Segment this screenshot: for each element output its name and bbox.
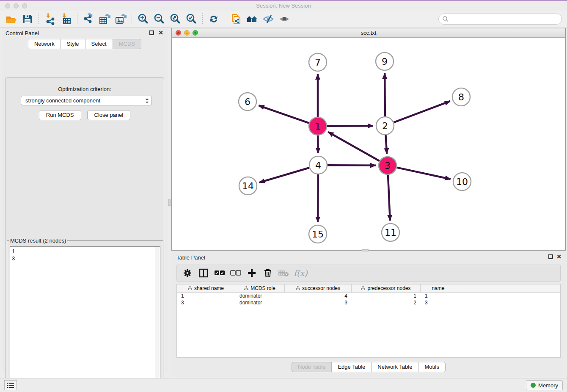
search-input[interactable] bbox=[449, 15, 561, 23]
zoom-in-icon[interactable] bbox=[136, 12, 150, 26]
edge-4-3[interactable] bbox=[328, 165, 376, 166]
column-layout-icon[interactable] bbox=[197, 267, 210, 279]
hide-eye-icon[interactable] bbox=[261, 12, 275, 26]
column-header-MCDS-role[interactable]: MCDS role bbox=[235, 284, 285, 292]
graph-node-15[interactable]: 15 bbox=[309, 225, 327, 243]
graph-node-1[interactable]: 1 bbox=[309, 117, 327, 135]
toolbar-separator bbox=[225, 13, 225, 25]
edge-1-6[interactable] bbox=[259, 105, 309, 123]
edge-3-1[interactable] bbox=[328, 132, 379, 161]
edge-4-14[interactable] bbox=[259, 168, 309, 182]
edge-2-3[interactable] bbox=[385, 135, 387, 154]
graph-node-10[interactable]: 10 bbox=[453, 173, 471, 190]
graph-node-9[interactable]: 9 bbox=[376, 52, 394, 70]
svg-text:14: 14 bbox=[242, 181, 254, 191]
table-float-icon[interactable] bbox=[548, 254, 553, 259]
graph-node-7[interactable]: 7 bbox=[309, 53, 327, 71]
tab-network-table[interactable]: Network Table bbox=[372, 362, 418, 372]
duplicate-network-icon[interactable] bbox=[229, 12, 243, 26]
cell-shared-name[interactable]: 3 bbox=[177, 300, 235, 306]
cell-name[interactable]: 1 bbox=[421, 293, 456, 299]
network-title: scc.txt bbox=[172, 30, 565, 36]
edge-2-8[interactable] bbox=[394, 101, 450, 122]
select-all-icon[interactable] bbox=[213, 267, 226, 279]
column-header-successor-nodes[interactable]: successor nodes bbox=[285, 284, 352, 292]
import-network-icon[interactable] bbox=[43, 12, 57, 26]
zoom-fit-icon[interactable] bbox=[168, 12, 182, 26]
edge-1-2[interactable] bbox=[327, 126, 373, 126]
cell-shared-name[interactable]: 1 bbox=[177, 293, 235, 299]
export-table-icon[interactable] bbox=[97, 12, 112, 26]
import-table-icon[interactable] bbox=[59, 12, 73, 26]
home-icon[interactable] bbox=[245, 12, 259, 26]
gear-icon[interactable] bbox=[181, 267, 194, 279]
table-row[interactable]: 3dominator323 bbox=[177, 299, 560, 306]
edge-4-15[interactable] bbox=[318, 174, 318, 222]
column-header-predecessor-nodes[interactable]: predecessor nodes bbox=[352, 284, 421, 292]
svg-text:2: 2 bbox=[382, 121, 388, 131]
network-window-titlebar[interactable]: ✕ − + scc.txt bbox=[172, 28, 565, 38]
vertical-splitter-grip[interactable] bbox=[168, 199, 171, 206]
tab-network[interactable]: Network bbox=[28, 39, 61, 49]
run-mcds-button[interactable]: Run MCDS bbox=[39, 110, 81, 120]
tab-select[interactable]: Select bbox=[85, 39, 113, 49]
optimization-criterion-dropdown[interactable]: strongly connected component bbox=[21, 96, 152, 105]
svg-text:3: 3 bbox=[385, 160, 391, 171]
network-view-window: ✕ − + scc.txt 7968124314101511 bbox=[171, 28, 566, 251]
graph-node-2[interactable]: 2 bbox=[376, 117, 394, 135]
save-session-icon[interactable] bbox=[20, 12, 35, 26]
column-header-name[interactable]: name bbox=[421, 284, 456, 292]
network-graph[interactable]: 7968124314101511 bbox=[172, 38, 565, 250]
cell-MCDS-role[interactable]: dominator bbox=[235, 300, 285, 306]
cell-successor-nodes[interactable]: 3 bbox=[285, 300, 352, 306]
cell-successor-nodes[interactable]: 4 bbox=[285, 293, 352, 299]
cell-predecessor-nodes[interactable]: 1 bbox=[352, 293, 421, 299]
tab-node-table[interactable]: Node Table bbox=[292, 362, 332, 372]
export-network-icon[interactable] bbox=[81, 12, 96, 26]
graph-node-11[interactable]: 11 bbox=[382, 224, 399, 241]
status-bar: Memory bbox=[0, 378, 567, 392]
svg-text:9: 9 bbox=[382, 56, 388, 67]
deselect-all-icon[interactable] bbox=[229, 267, 242, 279]
graph-node-4[interactable]: 4 bbox=[309, 156, 327, 174]
memory-button[interactable]: Memory bbox=[526, 380, 563, 390]
task-history-button[interactable] bbox=[4, 380, 17, 390]
tab-motifs[interactable]: Motifs bbox=[418, 362, 446, 372]
tab-edge-table[interactable]: Edge Table bbox=[332, 362, 372, 372]
graph-node-6[interactable]: 6 bbox=[239, 93, 256, 110]
delete-table-icon[interactable] bbox=[278, 267, 290, 279]
edge-3-11[interactable] bbox=[388, 175, 390, 221]
node-table[interactable]: shared nameMCDS rolesuccessor nodesprede… bbox=[176, 284, 561, 358]
edge-2-9[interactable] bbox=[385, 73, 385, 116]
refresh-icon[interactable] bbox=[206, 12, 221, 26]
graph-node-3[interactable]: 3 bbox=[379, 157, 396, 174]
table-row[interactable]: 1dominator411 bbox=[177, 293, 560, 299]
search-box bbox=[438, 14, 562, 25]
table-close-icon[interactable]: ✕ bbox=[556, 254, 561, 259]
float-panel-icon[interactable] bbox=[149, 30, 154, 35]
cell-name[interactable]: 3 bbox=[421, 300, 456, 306]
tab-mcds[interactable]: MCDS bbox=[113, 39, 141, 49]
close-panel-button[interactable]: Close panel bbox=[87, 110, 131, 120]
close-panel-icon[interactable]: ✕ bbox=[158, 30, 163, 36]
add-column-icon[interactable] bbox=[245, 267, 258, 279]
result-scrollbar[interactable] bbox=[155, 247, 160, 392]
svg-text:8: 8 bbox=[458, 92, 464, 102]
export-image-icon[interactable] bbox=[113, 12, 128, 26]
network-canvas[interactable]: 7968124314101511 bbox=[172, 38, 565, 250]
graph-node-14[interactable]: 14 bbox=[239, 177, 257, 195]
horizontal-splitter-grip[interactable] bbox=[362, 249, 369, 251]
cell-MCDS-role[interactable]: dominator bbox=[235, 293, 285, 299]
cell-predecessor-nodes[interactable]: 2 bbox=[352, 300, 421, 306]
function-builder-icon[interactable]: f(x) bbox=[294, 267, 308, 279]
graph-node-8[interactable]: 8 bbox=[452, 88, 470, 106]
zoom-out-icon[interactable] bbox=[152, 12, 166, 26]
tab-style[interactable]: Style bbox=[61, 39, 85, 49]
eye-icon[interactable] bbox=[277, 12, 292, 26]
open-file-icon[interactable] bbox=[4, 12, 19, 26]
svg-text:6: 6 bbox=[245, 97, 250, 107]
delete-column-icon[interactable] bbox=[261, 267, 274, 279]
edge-3-10[interactable] bbox=[397, 168, 451, 179]
zoom-selected-icon[interactable] bbox=[184, 12, 198, 26]
column-header-shared-name[interactable]: shared name bbox=[177, 284, 235, 292]
